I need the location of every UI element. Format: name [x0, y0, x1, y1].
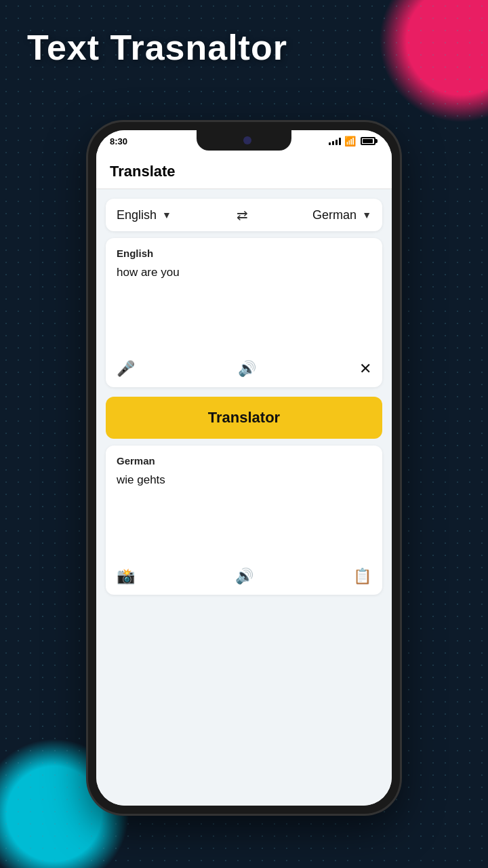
share-icon[interactable]: 📸	[117, 568, 135, 585]
translate-button[interactable]: Translator	[106, 397, 382, 439]
screen-content: Translate English ▼ ⇄ German ▼ English h…	[96, 152, 392, 806]
target-language-label: German	[312, 208, 357, 222]
copy-icon[interactable]: 📋	[353, 568, 371, 585]
status-icons: 📶	[329, 136, 375, 146]
phone-notch	[197, 130, 291, 151]
output-text-box: German wie gehts 📸 🔊 📋	[106, 446, 382, 595]
close-icon[interactable]: ✕	[359, 360, 371, 378]
app-title: Text Trasnaltor	[27, 27, 287, 68]
source-language-label: English	[117, 208, 157, 222]
phone-screen: 8:30 📶 Translate	[96, 130, 392, 806]
microphone-icon[interactable]: 🎤	[117, 360, 135, 378]
output-speaker-icon[interactable]: 🔊	[235, 568, 253, 585]
output-text: wie gehts	[117, 473, 371, 550]
app-header: Translate	[96, 152, 392, 189]
target-language-dropdown[interactable]: German ▼	[312, 208, 371, 222]
battery-icon	[361, 137, 375, 145]
swap-languages-icon[interactable]: ⇄	[237, 207, 248, 223]
translate-button-label: Translator	[208, 409, 280, 426]
target-chevron-icon: ▼	[362, 210, 371, 220]
speaker-icon[interactable]: 🔊	[238, 360, 256, 378]
input-actions: 🎤 🔊 ✕	[117, 353, 371, 378]
source-language-dropdown[interactable]: English ▼	[117, 208, 171, 222]
input-text: how are you	[117, 266, 371, 342]
input-text-box[interactable]: English how are you 🎤 🔊 ✕	[106, 238, 382, 387]
input-language-label: English	[117, 248, 371, 259]
source-chevron-icon: ▼	[162, 210, 171, 220]
output-actions: 📸 🔊 📋	[117, 561, 371, 585]
front-camera	[243, 136, 251, 144]
status-time: 8:30	[110, 136, 127, 146]
language-selector-bar[interactable]: English ▼ ⇄ German ▼	[106, 199, 382, 231]
wifi-icon: 📶	[344, 136, 356, 146]
phone-frame: 8:30 📶 Translate	[88, 122, 400, 814]
signal-icon	[329, 137, 341, 145]
screen-title: Translate	[110, 163, 176, 180]
output-language-label: German	[117, 455, 371, 467]
